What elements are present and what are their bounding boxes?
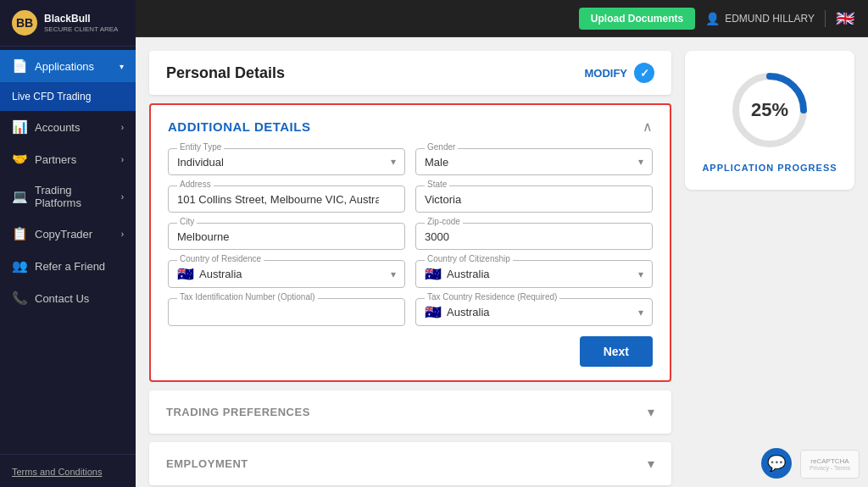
city-label: City [177, 217, 197, 226]
recaptcha-links: Privacy - Terms [808, 465, 852, 471]
citizenship-flag: 🇦🇺 [425, 266, 442, 282]
logo-icon: BB [12, 10, 37, 36]
sidebar-item-partners[interactable]: 🤝 Partners › [0, 143, 136, 175]
sidebar-item-label: Live CFD Trading [12, 91, 91, 102]
chat-button[interactable]: 💬 [761, 448, 792, 479]
modify-label: MODIFY [584, 67, 627, 80]
terms-link[interactable]: Terms and Conditions [12, 467, 102, 477]
sidebar-item-label: Refer a Friend [35, 260, 105, 273]
progress-percent: 25% [751, 99, 788, 121]
tax-row: Tax Identification Number (Optional) Tax… [168, 298, 653, 326]
state-input[interactable] [425, 193, 643, 206]
sidebar-footer: Terms and Conditions [0, 454, 136, 487]
zipcode-label: Zip-code [425, 217, 463, 226]
employment-title: EMPLOYMENT [166, 457, 248, 470]
gender-select[interactable]: Male [425, 156, 643, 169]
gender-field: Gender Male ▾ [415, 148, 653, 175]
employment-section: EMPLOYMENT ▾ [149, 442, 671, 485]
address-input[interactable] [177, 193, 396, 206]
city-input[interactable] [177, 230, 396, 243]
city-field: City [168, 223, 405, 250]
sidebar-item-trading-platforms[interactable]: 💻 Trading Platforms › [0, 175, 136, 218]
logo: BB BlackBull SECURE CLIENT AREA [0, 0, 136, 47]
state-label: State [425, 180, 449, 189]
tax-id-label: Tax Identification Number (Optional) [177, 292, 318, 302]
next-btn-row: Next [168, 336, 653, 367]
sidebar-item-contact[interactable]: 📞 Contact Us [0, 282, 136, 314]
recaptcha-text: reCAPTCHA [808, 457, 852, 465]
country-citizenship-field: Country of Citizenship 🇦🇺 Australia ▾ [415, 260, 653, 288]
gender-label: Gender [425, 142, 458, 152]
address-label: Address [177, 180, 214, 189]
sidebar-item-label: Partners [35, 153, 76, 166]
city-zip-row: City Zip-code [168, 223, 653, 250]
recaptcha: reCAPTCHA Privacy - Terms [800, 450, 860, 479]
page-body: Personal Details MODIFY ✓ ADDITIONAL DET… [136, 37, 868, 487]
state-field: State [415, 185, 653, 213]
residence-flag: 🇦🇺 [177, 266, 194, 282]
next-button[interactable]: Next [580, 336, 653, 367]
sidebar-item-label: CopyTrader [35, 228, 92, 241]
logo-title: BlackBull [44, 13, 118, 25]
trading-preferences-section: TRADING PREFERENCES ▾ [149, 390, 671, 434]
entity-type-label: Entity Type [177, 142, 224, 152]
chevron-icon: › [121, 123, 124, 132]
header-divider [825, 10, 826, 27]
tax-country-label: Tax Country Residence (Required) [425, 292, 559, 302]
applications-icon: 📄 [12, 58, 28, 74]
upload-documents-button[interactable]: Upload Documents [579, 8, 695, 30]
additional-header: ADDITIONAL DETAILS ∧ [168, 119, 653, 135]
chevron-icon: › [121, 230, 124, 239]
refer-icon: 👥 [12, 258, 28, 274]
top-header: Upload Documents 👤 EDMUND HILLARY 🇬🇧 [136, 0, 868, 37]
tax-id-field: Tax Identification Number (Optional) [168, 298, 405, 326]
entity-type-field: Entity Type Individual ▾ [168, 148, 405, 175]
country-row: Country of Residence 🇦🇺 Australia ▾ Coun… [168, 260, 653, 288]
sidebar-item-live-cfd[interactable]: Live CFD Trading [0, 82, 136, 111]
sidebar-item-label: Contact Us [35, 292, 89, 305]
sidebar-item-refer[interactable]: 👥 Refer a Friend [0, 250, 136, 282]
trading-preferences-expand[interactable]: ▾ [648, 404, 654, 420]
sidebar-nav: 📄 Applications ▾ Live CFD Trading 📊 Acco… [0, 47, 136, 454]
sidebar-item-label: Trading Platforms [35, 184, 121, 209]
contact-icon: 📞 [12, 291, 28, 306]
username: EDMUND HILLARY [725, 13, 815, 25]
accounts-icon: 📊 [12, 119, 28, 135]
sidebar-item-applications[interactable]: 📄 Applications ▾ [0, 50, 136, 82]
sidebar-item-copytrader[interactable]: 📋 CopyTrader › [0, 218, 136, 250]
zipcode-input[interactable] [425, 230, 643, 243]
progress-card: 25% APPLICATION PROGRESS [685, 51, 854, 190]
main-content: Upload Documents 👤 EDMUND HILLARY 🇬🇧 Per… [136, 0, 868, 487]
personal-details-section: Personal Details MODIFY ✓ [149, 51, 671, 95]
chevron-icon: › [121, 155, 124, 164]
user-icon: 👤 [705, 12, 720, 25]
progress-circle: 25% [727, 68, 812, 152]
country-residence-select[interactable]: Australia [199, 268, 396, 280]
tax-country-select[interactable]: Australia [447, 306, 643, 318]
modify-button[interactable]: MODIFY ✓ [584, 63, 654, 83]
employment-expand[interactable]: ▾ [648, 456, 654, 472]
country-residence-wrapper: 🇦🇺 Australia [177, 266, 396, 282]
additional-details-title: ADDITIONAL DETAILS [168, 119, 310, 134]
tax-id-input[interactable] [177, 306, 396, 318]
user-info: 👤 EDMUND HILLARY [705, 12, 815, 25]
logo-subtitle: SECURE CLIENT AREA [44, 25, 118, 33]
collapse-button[interactable]: ∧ [643, 119, 653, 135]
entity-type-select[interactable]: Individual [177, 156, 396, 169]
trading-icon: 💻 [12, 189, 28, 204]
address-state-row: Address State [168, 185, 653, 213]
tax-country-flag: 🇦🇺 [425, 304, 442, 320]
country-citizenship-wrapper: 🇦🇺 Australia [425, 266, 643, 282]
partners-icon: 🤝 [12, 152, 28, 167]
check-circle-icon: ✓ [634, 63, 654, 83]
country-residence-label: Country of Residence [177, 254, 264, 263]
additional-details-section: ADDITIONAL DETAILS ∧ Entity Type Individ… [149, 103, 671, 382]
language-flag[interactable]: 🇬🇧 [836, 9, 854, 28]
copytrader-icon: 📋 [12, 226, 28, 241]
chevron-icon: › [121, 192, 124, 202]
sidebar-item-accounts[interactable]: 📊 Accounts › [0, 111, 136, 143]
zipcode-field: Zip-code [415, 223, 653, 250]
form-panel: Personal Details MODIFY ✓ ADDITIONAL DET… [149, 51, 671, 473]
entity-gender-row: Entity Type Individual ▾ Gender Male ▾ [168, 148, 653, 175]
country-citizenship-select[interactable]: Australia [447, 268, 643, 280]
